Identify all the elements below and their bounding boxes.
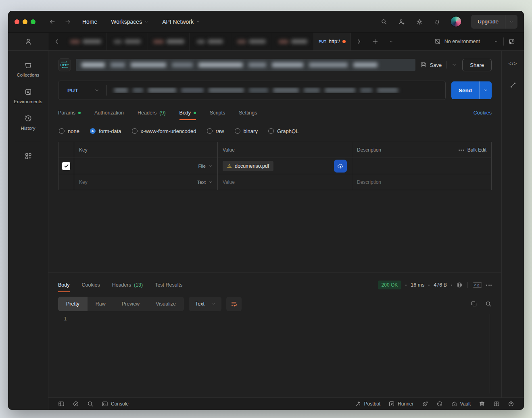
new-tab-button[interactable] <box>367 33 383 50</box>
wrap-lines-button[interactable] <box>226 297 242 311</box>
sidebar-item-environments[interactable]: Environments <box>14 88 42 104</box>
tab-options-button[interactable] <box>383 33 399 50</box>
body-type-form-data[interactable]: form-data <box>90 128 121 134</box>
view-visualize[interactable]: Visualize <box>148 297 184 311</box>
request-tab-redacted[interactable] <box>190 33 231 50</box>
view-pretty[interactable]: Pretty <box>58 297 88 311</box>
postbot-button[interactable]: Postbot <box>350 401 384 407</box>
request-tab-redacted[interactable] <box>107 33 148 50</box>
tab-params[interactable]: Params <box>58 110 81 116</box>
split-panes-button[interactable] <box>489 401 504 407</box>
value-type-select[interactable]: Text <box>197 180 213 185</box>
console-button[interactable]: Console <box>98 398 133 410</box>
search-response-icon[interactable] <box>485 301 492 307</box>
notifications-button[interactable] <box>430 15 444 29</box>
response-options-button[interactable] <box>486 285 492 286</box>
search-button[interactable] <box>377 15 391 29</box>
configure-sidebar-button[interactable] <box>24 152 32 160</box>
request-tab-redacted[interactable] <box>272 33 314 50</box>
request-tab-redacted[interactable] <box>65 33 107 50</box>
environment-quick-look-button[interactable] <box>504 38 520 45</box>
scroll-tabs-left-button[interactable] <box>48 33 65 50</box>
find-button[interactable] <box>83 398 98 410</box>
active-request-tab[interactable]: PUT http:/ <box>314 33 351 50</box>
tab-label: Body <box>58 282 70 288</box>
upload-file-button[interactable] <box>334 160 347 173</box>
environment-dropdown-button[interactable] <box>484 39 503 44</box>
view-preview[interactable]: Preview <box>114 297 148 311</box>
back-button[interactable] <box>47 16 58 27</box>
request-title-redacted[interactable] <box>76 59 415 71</box>
tab-settings[interactable]: Settings <box>239 110 257 116</box>
attached-file-chip[interactable]: documenso.pdf <box>223 161 273 171</box>
bulk-edit-button[interactable]: Bulk Edit <box>459 147 486 153</box>
scroll-tabs-right-button[interactable] <box>351 33 367 50</box>
save-as-example-button[interactable]: e.g. <box>473 282 482 288</box>
minimize-window-button[interactable] <box>23 19 27 24</box>
view-raw[interactable]: Raw <box>88 297 114 311</box>
body-type-none[interactable]: none <box>59 128 79 134</box>
api-network-menu[interactable]: API Network <box>157 16 205 27</box>
body-type-x-www-form-urlencoded[interactable]: x-www-form-urlencoded <box>132 128 196 134</box>
zoom-window-button[interactable] <box>31 19 35 24</box>
response-format-select[interactable]: Text <box>189 297 221 311</box>
sidebar-item-account[interactable] <box>8 33 48 51</box>
key-cell[interactable]: Key Text <box>74 174 217 190</box>
send-button[interactable]: Send <box>451 81 492 99</box>
request-tab-redacted[interactable] <box>148 33 190 50</box>
response-tab-test-results[interactable]: Test Results <box>155 282 182 288</box>
request-tab-redacted[interactable] <box>231 33 273 50</box>
save-button[interactable]: Save <box>420 61 457 69</box>
vault-button[interactable]: Vault <box>447 401 475 407</box>
tab-authorization[interactable]: Authorization <box>94 110 124 116</box>
response-body-editor[interactable]: 1 <box>48 312 501 397</box>
home-nav[interactable]: Home <box>77 16 102 27</box>
share-button[interactable]: Share <box>462 59 492 71</box>
network-globe-icon[interactable] <box>456 282 463 288</box>
invite-button[interactable] <box>395 15 409 29</box>
forward-button[interactable] <box>62 16 73 27</box>
body-type-graphql[interactable]: GraphQL <box>268 128 298 134</box>
sidebar-item-history[interactable]: History <box>21 114 35 131</box>
upgrade-menu-button[interactable] <box>505 15 517 29</box>
body-type-binary[interactable]: binary <box>235 128 258 134</box>
method-selector[interactable]: PUT <box>58 87 106 94</box>
cookies-link[interactable]: Cookies <box>474 110 492 116</box>
response-tab-cookies[interactable]: Cookies <box>82 282 100 288</box>
tab-headers[interactable]: Headers(9) <box>138 110 166 116</box>
more-options-icon[interactable] <box>459 150 464 151</box>
trash-button[interactable] <box>475 401 489 407</box>
chevron-down-icon[interactable] <box>452 62 457 67</box>
response-tab-body[interactable]: Body <box>58 282 70 288</box>
url-input-redacted[interactable] <box>107 87 445 93</box>
description-cell[interactable]: Description <box>352 174 491 190</box>
key-cell[interactable]: File <box>74 158 217 174</box>
avatar[interactable] <box>451 16 461 27</box>
workspaces-menu[interactable]: Workspaces <box>106 16 153 27</box>
send-options-button[interactable] <box>480 88 492 93</box>
code-snippet-button[interactable]: </> <box>509 60 517 67</box>
environment-selector[interactable]: No environment <box>430 36 484 47</box>
settings-button[interactable] <box>413 15 426 29</box>
connection-status-button[interactable] <box>69 398 83 410</box>
cookies-button[interactable] <box>432 401 447 407</box>
close-window-button[interactable] <box>15 19 19 24</box>
help-button[interactable] <box>504 401 518 407</box>
body-type-raw[interactable]: raw <box>207 128 224 134</box>
description-cell[interactable] <box>352 158 491 174</box>
row-checkbox-checked[interactable] <box>62 162 70 170</box>
capture-requests-button[interactable] <box>418 401 432 407</box>
upgrade-button[interactable]: Upgrade <box>471 15 517 29</box>
value-type-select[interactable]: File <box>198 164 213 168</box>
expand-pane-icon[interactable] <box>510 82 516 88</box>
scrollbar[interactable] <box>490 314 490 393</box>
line-number: 1 <box>64 316 67 322</box>
response-tab-headers[interactable]: Headers(13) <box>112 282 143 288</box>
copy-icon[interactable] <box>471 301 477 307</box>
tab-scripts[interactable]: Scripts <box>210 110 225 116</box>
tab-body[interactable]: Body <box>179 110 196 116</box>
value-cell[interactable]: Value <box>217 174 352 190</box>
sidebar-item-collections[interactable]: Collections <box>17 61 39 77</box>
toggle-sidebar-button[interactable] <box>54 398 69 410</box>
runner-button[interactable]: Runner <box>384 401 417 407</box>
